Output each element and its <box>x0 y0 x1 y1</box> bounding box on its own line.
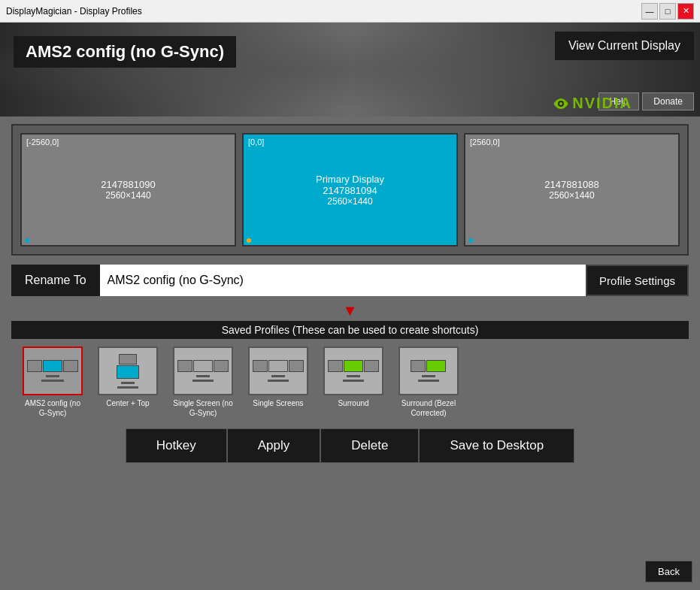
mini-r2 <box>289 360 304 372</box>
delete-button[interactable]: Delete <box>320 428 419 463</box>
profiles-row: AMS2 config (no G-Sync) Center + Top <box>11 346 689 418</box>
monitor-left-dot <box>25 238 29 243</box>
nvidia-eye-icon <box>553 95 569 112</box>
monitor-center-dot <box>247 238 251 243</box>
mini-stand-ss <box>271 375 285 377</box>
mini-stand-ams2 <box>46 375 59 377</box>
mini-row-single-no-gsync <box>177 360 229 372</box>
back-button[interactable]: Back <box>645 561 692 582</box>
title-bar-text: DisplayMagician - Display Profiles <box>6 6 142 17</box>
profile-label-single-screens: Single Screens <box>253 398 303 408</box>
profile-thumb-img-surround-bezel <box>398 346 459 395</box>
monitor-left-id: 2147881090 <box>101 179 155 190</box>
mini-monitors-ams2 <box>27 360 78 372</box>
minimize-button[interactable]: — <box>641 3 658 20</box>
mini-center-mon <box>117 365 139 379</box>
monitor-right-id: 2147881088 <box>544 179 598 190</box>
mini-row-surround <box>328 360 379 372</box>
header-area: AMS2 config (no G-Sync) View Current Dis… <box>0 23 700 116</box>
mini-mon-right <box>63 360 78 372</box>
apply-button[interactable]: Apply <box>227 428 321 463</box>
main-content: [-2560,0] 2147881090 2560×1440 [0,0] Pri… <box>0 116 700 475</box>
rename-row: Rename To Profile Settings <box>11 265 689 296</box>
mini-c4 <box>426 360 446 372</box>
monitor-left-res: 2560×1440 <box>105 190 150 201</box>
mini-c3 <box>344 360 363 372</box>
monitor-panel-left: [-2560,0] 2147881090 2560×1440 <box>20 133 236 247</box>
profile-label-ams2: AMS2 config (no G-Sync) <box>21 398 85 418</box>
monitor-right-res: 2560×1440 <box>549 190 594 201</box>
down-arrow-icon: ▼ <box>11 302 689 319</box>
mini-r1 <box>214 360 229 372</box>
nvidia-text: NVIDIA <box>572 95 632 112</box>
profile-thumb-single-screens[interactable]: Single Screens <box>244 346 312 418</box>
maximize-button[interactable]: □ <box>659 3 676 20</box>
mini-c2 <box>268 360 288 372</box>
monitor-center-coords: [0,0] <box>248 138 264 147</box>
profile-thumb-ams2[interactable]: AMS2 config (no G-Sync) <box>19 346 86 418</box>
rename-input[interactable] <box>100 265 586 296</box>
profile-thumb-img-center-top <box>98 346 158 395</box>
monitor-display-area: [-2560,0] 2147881090 2560×1440 [0,0] Pri… <box>11 124 689 256</box>
mini-l1 <box>177 360 192 372</box>
donate-button[interactable]: Donate <box>642 92 694 110</box>
monitor-panel-right: [2560,0] 2147881088 2560×1440 <box>464 133 680 247</box>
mini-base-sns <box>192 380 214 382</box>
mini-row-surround-bezel <box>411 360 447 372</box>
view-current-display-button[interactable]: View Current Display <box>555 32 694 60</box>
profile-label-surround-bezel: Surround (Bezel Corrected) <box>397 398 461 418</box>
profile-thumb-img-single-no-gsync <box>173 346 233 395</box>
mini-l2 <box>253 360 268 372</box>
mini-l3 <box>328 360 343 372</box>
profile-label-surround: Surround <box>338 398 368 408</box>
mini-c1 <box>193 360 213 372</box>
profile-label-single-no-gsync: Single Screen (no G-Sync) <box>171 398 235 418</box>
mini-stand-ct <box>121 382 135 384</box>
profile-title: AMS2 config (no G-Sync) <box>14 36 236 68</box>
mini-base-sur <box>343 380 364 382</box>
profile-thumb-img-ams2 <box>23 346 83 395</box>
mini-stand-sns <box>196 375 210 377</box>
mini-layout-center-top <box>117 354 139 379</box>
mini-mon-left <box>27 360 42 372</box>
profile-thumb-surround[interactable]: Surround <box>320 346 387 418</box>
rename-label: Rename To <box>11 265 100 296</box>
profile-thumb-single-no-gsync[interactable]: Single Screen (no G-Sync) <box>169 346 237 418</box>
title-bar: DisplayMagician - Display Profiles — □ ✕ <box>0 0 700 23</box>
monitor-panel-center: [0,0] Primary Display 2147881094 2560×14… <box>242 133 458 247</box>
title-bar-controls: — □ ✕ <box>641 3 694 20</box>
mini-row-single-screens <box>253 360 304 372</box>
mini-stand-sbc <box>422 375 435 377</box>
nvidia-logo: NVIDIA <box>553 95 632 112</box>
mini-l4 <box>411 360 426 372</box>
bottom-buttons: Hotkey Apply Delete Save to Desktop <box>11 428 689 463</box>
monitor-center-id: 2147881094 <box>323 185 377 196</box>
saved-profiles-label: Saved Profiles (These can be used to cre… <box>11 321 689 339</box>
hotkey-button[interactable]: Hotkey <box>126 428 227 463</box>
profile-settings-button[interactable]: Profile Settings <box>586 265 689 296</box>
mini-base-ct <box>117 386 138 389</box>
profile-thumb-img-single-screens <box>248 346 308 395</box>
profile-thumb-center-top[interactable]: Center + Top <box>94 346 162 418</box>
mini-top-mon <box>119 354 137 365</box>
save-to-desktop-button[interactable]: Save to Desktop <box>419 428 574 463</box>
profile-thumb-img-surround <box>323 346 383 395</box>
monitor-left-coords: [-2560,0] <box>26 138 59 147</box>
close-button[interactable]: ✕ <box>677 3 694 20</box>
profile-label-center-top: Center + Top <box>106 398 149 408</box>
monitor-center-res: 2560×1440 <box>327 196 372 207</box>
mini-r3 <box>364 360 379 372</box>
monitor-right-coords: [2560,0] <box>470 138 500 147</box>
mini-base-ams2 <box>41 380 64 382</box>
monitor-center-label: Primary Display <box>316 174 384 185</box>
mini-base-ss <box>268 380 289 382</box>
monitor-right-dot <box>468 238 473 243</box>
svg-point-1 <box>559 102 562 105</box>
mini-base-sbc <box>418 380 439 382</box>
profile-thumb-surround-bezel[interactable]: Surround (Bezel Corrected) <box>395 346 462 418</box>
mini-mon-center <box>43 360 62 372</box>
mini-stand-sur <box>347 375 360 377</box>
